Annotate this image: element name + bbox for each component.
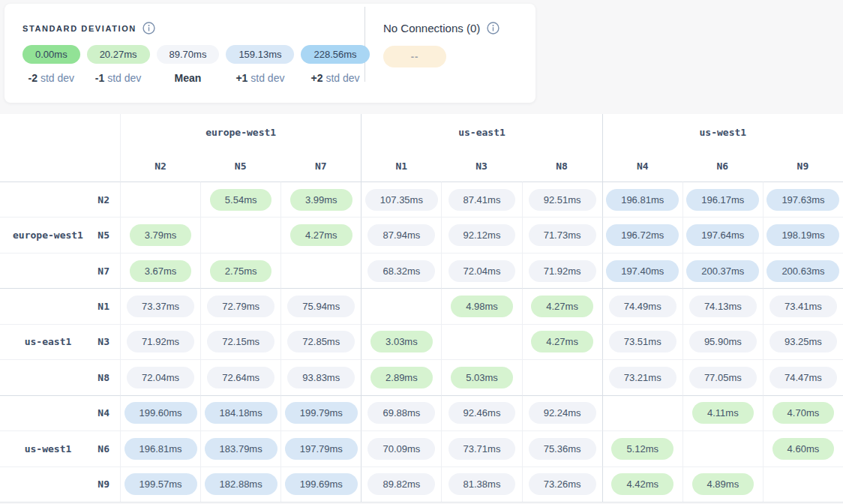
latency-badge[interactable]: 70.09ms bbox=[368, 438, 435, 460]
latency-badge[interactable]: 5.03ms bbox=[451, 367, 513, 388]
matrix-cell: 200.63ms bbox=[763, 253, 843, 288]
latency-badge[interactable]: 199.57ms bbox=[124, 473, 197, 495]
latency-badge[interactable]: 95.90ms bbox=[689, 331, 757, 352]
latency-badge[interactable]: 74.47ms bbox=[770, 367, 837, 388]
latency-badge[interactable]: 81.38ms bbox=[448, 473, 516, 495]
latency-badge[interactable]: 73.41ms bbox=[770, 296, 837, 317]
latency-badge[interactable]: 196.17ms bbox=[686, 189, 759, 211]
latency-badge[interactable]: 107.35ms bbox=[365, 189, 438, 211]
latency-badge[interactable]: 93.83ms bbox=[287, 367, 355, 388]
latency-badge[interactable]: 71.92ms bbox=[127, 331, 194, 352]
latency-badge[interactable]: 198.19ms bbox=[766, 224, 839, 246]
legend-chip: 228.56ms bbox=[301, 45, 369, 64]
matrix-cell: 196.72ms bbox=[602, 217, 682, 252]
latency-badge[interactable]: 71.92ms bbox=[529, 260, 596, 282]
latency-badge[interactable]: 3.03ms bbox=[370, 331, 433, 352]
row-header: N1 bbox=[0, 288, 120, 323]
latency-badge[interactable]: 73.71ms bbox=[448, 438, 516, 460]
latency-badge[interactable]: 72.04ms bbox=[127, 367, 194, 388]
latency-badge[interactable]: 92.12ms bbox=[448, 224, 516, 246]
latency-badge[interactable]: 4.89ms bbox=[692, 473, 754, 495]
latency-badge[interactable]: 3.79ms bbox=[130, 224, 192, 246]
matrix-cell bbox=[280, 253, 361, 288]
latency-badge[interactable]: 4.27ms bbox=[290, 224, 352, 246]
latency-badge[interactable]: 87.94ms bbox=[368, 224, 435, 246]
matrix-cell: 75.36ms bbox=[522, 430, 602, 466]
matrix-cell: 4.27ms bbox=[280, 217, 361, 252]
latency-badge[interactable]: 74.13ms bbox=[689, 296, 757, 317]
latency-badge[interactable]: 72.85ms bbox=[287, 331, 355, 352]
latency-badge[interactable]: 200.37ms bbox=[686, 260, 759, 282]
latency-badge[interactable]: 68.32ms bbox=[368, 260, 435, 282]
latency-badge[interactable]: 4.42ms bbox=[611, 473, 674, 495]
latency-badge[interactable]: 3.99ms bbox=[290, 189, 352, 211]
legend-item: 228.56ms+2 std dev bbox=[301, 45, 369, 84]
latency-badge[interactable]: 75.36ms bbox=[529, 438, 596, 460]
latency-badge[interactable]: 69.88ms bbox=[368, 402, 435, 424]
latency-badge[interactable]: 199.79ms bbox=[285, 402, 358, 424]
legend-item-label: -2 std dev bbox=[28, 72, 74, 84]
latency-badge[interactable]: 4.70ms bbox=[772, 402, 835, 424]
info-icon[interactable] bbox=[142, 22, 155, 34]
latency-badge[interactable]: 4.60ms bbox=[772, 438, 835, 460]
latency-badge[interactable]: 73.51ms bbox=[609, 331, 676, 352]
latency-badge[interactable]: 74.49ms bbox=[609, 296, 676, 317]
latency-badge[interactable]: 89.82ms bbox=[368, 473, 435, 495]
latency-badge[interactable]: 92.46ms bbox=[448, 402, 516, 424]
latency-badge[interactable]: 184.18ms bbox=[205, 402, 278, 424]
latency-badge[interactable]: 73.21ms bbox=[609, 367, 676, 388]
latency-badge[interactable]: 196.81ms bbox=[124, 438, 197, 460]
row-node-label: N8 bbox=[98, 372, 120, 383]
col-node-label: N3 bbox=[441, 150, 521, 182]
latency-badge[interactable]: 73.37ms bbox=[127, 296, 194, 317]
latency-badge[interactable]: 3.67ms bbox=[130, 260, 192, 282]
latency-badge[interactable]: 5.12ms bbox=[611, 438, 674, 460]
matrix-cell: 71.92ms bbox=[522, 253, 602, 288]
latency-badge[interactable]: 5.54ms bbox=[210, 189, 272, 211]
info-icon[interactable] bbox=[487, 22, 500, 34]
latency-badge[interactable]: 4.11ms bbox=[692, 402, 754, 424]
latency-badge[interactable]: 196.81ms bbox=[606, 189, 679, 211]
latency-badge[interactable]: 72.64ms bbox=[207, 367, 274, 388]
matrix-cell: 92.51ms bbox=[522, 182, 602, 217]
matrix-cell bbox=[120, 182, 200, 217]
latency-badge[interactable]: 92.51ms bbox=[529, 189, 596, 211]
latency-badge[interactable]: 197.79ms bbox=[285, 438, 358, 460]
latency-badge[interactable]: 182.88ms bbox=[205, 473, 278, 495]
latency-badge[interactable]: 72.04ms bbox=[448, 260, 516, 282]
latency-badge[interactable]: 197.63ms bbox=[766, 189, 839, 211]
matrix-cell: 4.27ms bbox=[522, 288, 602, 323]
matrix-cell: 4.60ms bbox=[763, 430, 843, 466]
latency-badge[interactable]: 4.98ms bbox=[451, 296, 513, 317]
latency-badge[interactable]: 183.79ms bbox=[205, 438, 278, 460]
latency-badge[interactable]: 197.40ms bbox=[606, 260, 679, 282]
latency-badge[interactable]: 2.89ms bbox=[370, 367, 433, 388]
matrix-cell: 199.69ms bbox=[280, 466, 361, 502]
latency-badge[interactable]: 75.94ms bbox=[287, 296, 355, 317]
latency-badge[interactable]: 199.69ms bbox=[285, 473, 358, 495]
matrix-cell: 72.79ms bbox=[200, 288, 280, 323]
latency-badge[interactable]: 87.41ms bbox=[448, 189, 516, 211]
latency-badge[interactable]: 4.27ms bbox=[531, 331, 593, 352]
legend-chip: 159.13ms bbox=[226, 45, 294, 64]
latency-badge[interactable]: 4.27ms bbox=[531, 296, 593, 317]
latency-badge[interactable]: 2.75ms bbox=[210, 260, 272, 282]
latency-badge[interactable]: 72.15ms bbox=[207, 331, 274, 352]
latency-badge[interactable]: 93.25ms bbox=[770, 331, 837, 352]
latency-badge[interactable]: 200.63ms bbox=[766, 260, 839, 282]
latency-badge[interactable]: 73.26ms bbox=[529, 473, 596, 495]
latency-badge[interactable]: 92.24ms bbox=[529, 402, 596, 424]
matrix-cell: 73.21ms bbox=[602, 359, 682, 394]
latency-badge[interactable]: 197.64ms bbox=[686, 224, 759, 246]
latency-badge[interactable]: 196.72ms bbox=[606, 224, 679, 246]
col-node-label: N1 bbox=[361, 150, 441, 182]
matrix-cell bbox=[441, 324, 521, 359]
legend-card: STANDARD DEVIATION 0.00ms-2 std dev20.27… bbox=[4, 4, 536, 103]
matrix-cell: 4.27ms bbox=[522, 324, 602, 359]
latency-badge[interactable]: 71.73ms bbox=[529, 224, 596, 246]
latency-badge[interactable]: 72.79ms bbox=[207, 296, 274, 317]
latency-badge[interactable]: 77.05ms bbox=[689, 367, 757, 388]
matrix-cell: 73.71ms bbox=[441, 430, 521, 466]
col-region-label: us-west1 bbox=[602, 114, 843, 150]
latency-badge[interactable]: 199.60ms bbox=[124, 402, 197, 424]
